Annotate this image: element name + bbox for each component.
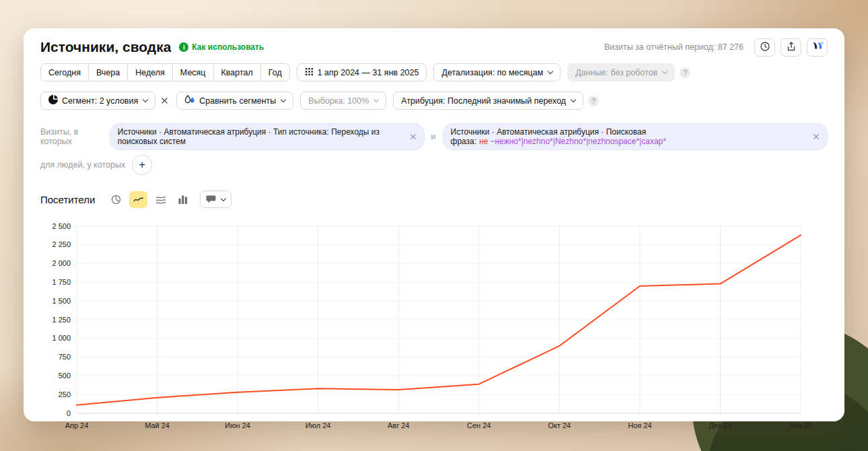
chevron-down-icon (662, 69, 667, 74)
pie-chart-icon (111, 195, 121, 205)
svg-text:1 000: 1 000 (52, 334, 71, 342)
svg-text:Июл 24: Июл 24 (305, 421, 331, 429)
chevron-down-icon (281, 97, 286, 102)
svg-text:750: 750 (59, 353, 71, 361)
area-chart-icon-button[interactable] (151, 191, 170, 208)
data-mode-label: Данные: без роботов (575, 68, 657, 77)
comment-bubble-icon (206, 195, 216, 204)
line-chart-icon-button[interactable] (129, 191, 147, 208)
svg-text:1 250: 1 250 (52, 316, 71, 324)
data-mode-group: Данные: без роботов ? (567, 63, 690, 81)
svg-text:Авг 24: Авг 24 (388, 421, 409, 429)
chart-type-switcher (107, 191, 192, 208)
attribution-dropdown[interactable]: Атрибуция: Последний значимый переход (393, 92, 583, 110)
visits-condition-label: Визиты, в которых (40, 127, 103, 146)
sampling-dropdown[interactable]: Выборка: 100% (300, 92, 386, 110)
history-button[interactable] (754, 38, 775, 57)
help-question-icon[interactable]: ? (588, 96, 599, 106)
svg-text:Июн 24: Июн 24 (225, 421, 250, 429)
filter-chip-source-type[interactable]: Источники · Автоматическая атрибуция · Т… (110, 123, 425, 150)
compare-drops-icon (184, 95, 195, 106)
and-label: и (431, 132, 436, 141)
svg-text:2 500: 2 500 (52, 222, 71, 230)
svg-text:2 250: 2 250 (52, 240, 71, 248)
remove-chip-icon[interactable] (410, 133, 417, 140)
report-header: Источники, сводка i Как использовать Виз… (40, 38, 828, 57)
chevron-down-icon (571, 97, 576, 102)
chart-title: Посетители (40, 194, 95, 205)
chip-text: Источники · Автоматическая атрибуция · П… (451, 127, 808, 146)
svg-text:Май 24: Май 24 (145, 421, 170, 429)
filter-chip-search-phrase[interactable]: Источники · Автоматическая атрибуция · П… (443, 123, 828, 150)
segment-toolbar: Сегмент: 2 условия Сравнить сегменты Выб… (40, 92, 828, 110)
period-selector: Сегодня Вчера Неделя Месяц Квартал Год (40, 63, 290, 81)
clear-segment-button[interactable] (159, 96, 170, 106)
period-quarter-button[interactable]: Квартал (213, 63, 261, 81)
add-condition-button[interactable]: + (132, 155, 152, 175)
period-week-button[interactable]: Неделя (127, 63, 173, 81)
svg-text:Сен 24: Сен 24 (467, 421, 491, 429)
how-to-use-label: Как использовать (192, 42, 264, 52)
svg-text:2 000: 2 000 (52, 259, 71, 267)
period-month-button[interactable]: Месяц (172, 63, 214, 81)
date-range-label: 1 апр 2024 — 31 янв 2025 (318, 68, 419, 77)
svg-text:250: 250 (59, 390, 71, 398)
svg-text:500: 500 (59, 372, 71, 380)
bar-chart-icon-button[interactable] (174, 191, 192, 208)
period-yesterday-button[interactable]: Вчера (88, 63, 128, 81)
chip-text: Источники · Автоматическая атрибуция · Т… (118, 127, 405, 146)
people-conditions-row: для людей, у которых + (40, 155, 828, 175)
compare-segments-label: Сравнить сегменты (199, 96, 276, 106)
export-button[interactable] (781, 38, 801, 57)
metrika-report-panel: Источники, сводка i Как использовать Виз… (24, 28, 844, 421)
chart-header: Посетители (40, 190, 828, 209)
chevron-down-icon (221, 195, 226, 201)
attribution-group: Атрибуция: Последний значимый переход ? (393, 92, 599, 110)
svg-text:Дек 24: Дек 24 (709, 421, 732, 429)
help-question-icon[interactable]: ? (680, 67, 690, 78)
operator-not: не (479, 137, 488, 146)
bar-chart-icon (178, 195, 188, 204)
segment-pie-icon (48, 95, 58, 106)
metrika-logo-icon (811, 41, 824, 53)
period-today-button[interactable]: Сегодня (40, 63, 89, 81)
share-icon (786, 41, 797, 54)
svg-text:0: 0 (67, 409, 71, 417)
date-range-button[interactable]: 1 апр 2024 — 31 янв 2025 (297, 63, 427, 81)
close-icon (161, 97, 168, 104)
compare-segments-dropdown[interactable]: Сравнить сегменты (176, 92, 293, 110)
segment-label: Сегмент: 2 условия (62, 96, 138, 106)
period-toolbar: Сегодня Вчера Неделя Месяц Квартал Год 1… (40, 63, 828, 81)
svg-text:1 500: 1 500 (52, 297, 71, 305)
calendar-grid-icon (305, 67, 314, 78)
period-year-button[interactable]: Год (260, 63, 290, 81)
line-chart-icon (133, 195, 144, 203)
clock-icon (760, 41, 770, 54)
metrika-logo-button[interactable] (807, 38, 828, 57)
people-condition-label: для людей, у которых (40, 160, 125, 170)
detalization-dropdown[interactable]: Детализация: по месяцам (433, 63, 560, 81)
chevron-down-icon (373, 97, 379, 102)
phrase-pattern: ~нежно*|nezhno*|Nezhno*|nezhnospace*|cax… (490, 137, 665, 146)
data-mode-dropdown[interactable]: Данные: без роботов (567, 63, 675, 81)
how-to-use-link[interactable]: i Как использовать (179, 42, 264, 52)
pie-chart-icon-button[interactable] (107, 191, 125, 208)
svg-text:1 750: 1 750 (52, 278, 71, 286)
annotations-dropdown[interactable] (200, 190, 231, 208)
segment-dropdown[interactable]: Сегмент: 2 условия (40, 92, 155, 110)
sampling-label: Выборка: 100% (308, 96, 369, 106)
header-actions: Визиты за отчётный период: 87 276 (604, 38, 828, 57)
chevron-down-icon (143, 97, 148, 102)
visitors-line-chart[interactable]: 02505007501 0001 2501 5001 7502 0002 250… (40, 218, 828, 435)
area-chart-icon (155, 195, 166, 204)
svg-text:Апр 24: Апр 24 (65, 421, 89, 429)
visits-summary: Визиты за отчётный период: 87 276 (604, 42, 744, 52)
chevron-down-icon (548, 69, 553, 74)
page-title: Источники, сводка (40, 39, 171, 55)
remove-chip-icon[interactable] (813, 133, 820, 140)
svg-text:Ноя 24: Ноя 24 (628, 421, 651, 429)
detalization-label: Детализация: по месяцам (441, 68, 543, 77)
svg-text:Янв 25: Янв 25 (789, 421, 812, 429)
svg-text:Окт 24: Окт 24 (548, 421, 571, 429)
info-icon: i (179, 42, 188, 52)
